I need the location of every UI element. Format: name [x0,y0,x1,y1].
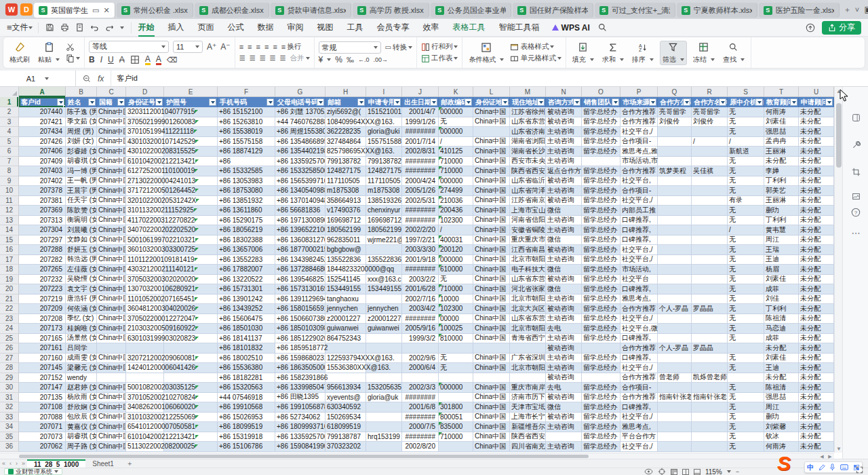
cell-J23[interactable]: ######## [402,314,439,324]
cell-R9[interactable] [692,176,728,187]
cell-C15[interactable]: China中国 [97,235,126,246]
column-header-A[interactable]: A [19,87,66,97]
task-pane-icon[interactable] [850,111,862,124]
cell-K11[interactable]: 210036 [439,196,473,206]
cell-R29[interactable]: 凯烁曾老师 [692,373,728,383]
cell-B9[interactable]: 王一帆 (男 [66,176,97,187]
cell-O2[interactable]: 留学总经办 [582,107,620,117]
cell-D18[interactable]: 430321200211140121 [126,265,164,275]
cell-K15[interactable]: 400031 [439,235,473,246]
cell-U33[interactable]: 未分配 [799,413,834,423]
cell-F19[interactable]: +86 13220522 [218,275,275,285]
find-button[interactable]: 查找 [721,41,747,64]
cell-M36[interactable]: 四川省南充 [510,442,546,452]
cell-R16[interactable] [692,245,728,255]
cell-B22[interactable]: 何依涵 (女 [66,304,97,314]
cell-M5[interactable]: 湖南省浏阳 [510,137,546,147]
zoom-out-button[interactable]: − [736,468,739,475]
cell-T34[interactable]: 刘紫馨 [764,422,799,432]
screenshot-icon[interactable] [850,166,862,178]
cell-F30[interactable]: +86 15320563 [218,383,275,393]
cell-M11[interactable]: 江苏省南京 [510,196,546,206]
cell-J5[interactable]: 2001/7/14 [402,137,439,147]
cell-L3[interactable]: China中国 [473,117,510,128]
cell-U20[interactable]: 未分配 [799,284,834,294]
cell-J8[interactable]: ######## [402,166,439,176]
cell-D15[interactable]: 500106199702210321 [126,235,164,246]
cell-H22[interactable]: jennychen [326,304,366,314]
filter-dropdown-icon[interactable] [317,98,324,106]
cell-H12[interactable]: v17490376 [326,206,366,216]
cell-T6[interactable]: 王丽淋 [764,147,799,157]
cell-O24[interactable]: 留学总经办 [582,324,620,334]
cell-O10[interactable]: 留学总经办 [582,186,620,196]
header-cell-O[interactable]: 销售团队 [582,97,620,107]
cell-P16[interactable]: 社交平台,/ [620,245,658,255]
cell-B16[interactable]: 舒妍玉 (女 [66,245,97,255]
cell-F21[interactable]: +86 13901242 [218,294,275,305]
column-header-N[interactable]: N [546,87,582,97]
cell-A24[interactable]: 207173 [19,324,66,334]
cell-C19[interactable]: China中国 [97,275,126,285]
cell-K33[interactable]: 800051 [439,413,473,423]
cell-S4[interactable]: 无 [728,127,764,137]
cell-A36[interactable]: 207062 [19,442,66,452]
header-cell-M[interactable]: 现住地址 [510,97,546,107]
menu-tab-插入[interactable]: 插入 [161,19,191,37]
cell-B34[interactable]: 黄嘉仪 (女 [66,422,97,432]
cell-U12[interactable]: 未分配 [799,206,834,216]
cell-U18[interactable]: 未分配 [799,265,834,275]
expand-icon[interactable] [856,466,863,474]
cell-F22[interactable]: +86 13439252 [218,304,275,314]
cell-J20[interactable]: 2001/6/28 [402,284,439,294]
cell-N28[interactable]: 主动咨询 [546,363,582,373]
cell-F6[interactable]: +86 18874129 [218,147,275,157]
cell-U32[interactable]: 未分配 [799,402,834,413]
cell-T26[interactable]: 未分配 [764,343,799,354]
cell-R3[interactable]: 刘俊伶 [692,117,728,128]
cell-G14[interactable]: +86 1396522100 [275,225,326,235]
cell-J30[interactable]: 2002/3/3 [402,383,439,393]
cell-C10[interactable]: China中国 [97,186,126,196]
layout-switch-icon[interactable]: ▣ [859,0,868,19]
cell-N26[interactable]: 被动咨询 [546,343,582,354]
cell-L21[interactable]: China中国 [473,294,510,305]
cell-L35[interactable]: China中国 [473,432,510,442]
row-number-31[interactable]: 31 [0,393,19,403]
row-number-8[interactable]: 8 [0,166,19,176]
clear-format-button[interactable]: ⌫ [167,56,178,64]
cell-I24[interactable]: guiwanwei [366,324,402,334]
page-layout-view-icon[interactable] [682,469,689,475]
row-number-11[interactable]: 11 [0,196,19,206]
cell-L10[interactable]: China中国 [473,186,510,196]
cell-G13[interactable]: +86 1971300890 [275,216,326,226]
cell-F15[interactable]: +86 18302388 [218,235,275,246]
cell-O22[interactable]: 留学总经办 [582,304,620,314]
cell-T32[interactable]: 周江 [764,402,799,413]
cell-N30[interactable]: 去电 [546,383,582,393]
cell-Q12[interactable] [658,206,692,216]
cell-S7[interactable]: 无 [728,157,764,167]
file-tab-6[interactable]: S国任财产保险样本.x [513,3,593,18]
cell-G12[interactable]: +86 56681836 [275,206,326,216]
cell-H5[interactable]: 327484864 [326,137,366,147]
cell-T19[interactable]: 刘素佳 [764,275,799,285]
cell-P4[interactable]: 社交平台,/ [620,127,658,137]
cell-O20[interactable]: 留学总经办 [582,284,620,294]
filter-dropdown-icon[interactable] [790,98,797,106]
cell-F9[interactable]: +86 13053983 [218,176,275,187]
cell-G27[interactable]: +86 1598680231 [275,354,326,364]
cell-C18[interactable]: China中国 [97,265,126,275]
cell-S35[interactable]: 无 [728,432,764,442]
row-number-14[interactable]: 14 [0,225,19,235]
cell-J25[interactable]: 1999/3/2 [402,334,439,344]
cell-L31[interactable]: China中国 [473,393,510,403]
cell-U28[interactable]: 未分配 [799,363,834,373]
cell-S24[interactable]: 无 [728,324,764,334]
print-icon[interactable] [60,23,69,32]
header-cell-T[interactable]: 教育顾问 [764,97,799,107]
cell-T30[interactable]: 陈祖清 [764,383,799,393]
cell-R25[interactable] [692,334,728,344]
cell-G36[interactable]: +86 1590841990 [275,442,326,452]
cell-T4[interactable]: 强思喆 [764,127,799,137]
